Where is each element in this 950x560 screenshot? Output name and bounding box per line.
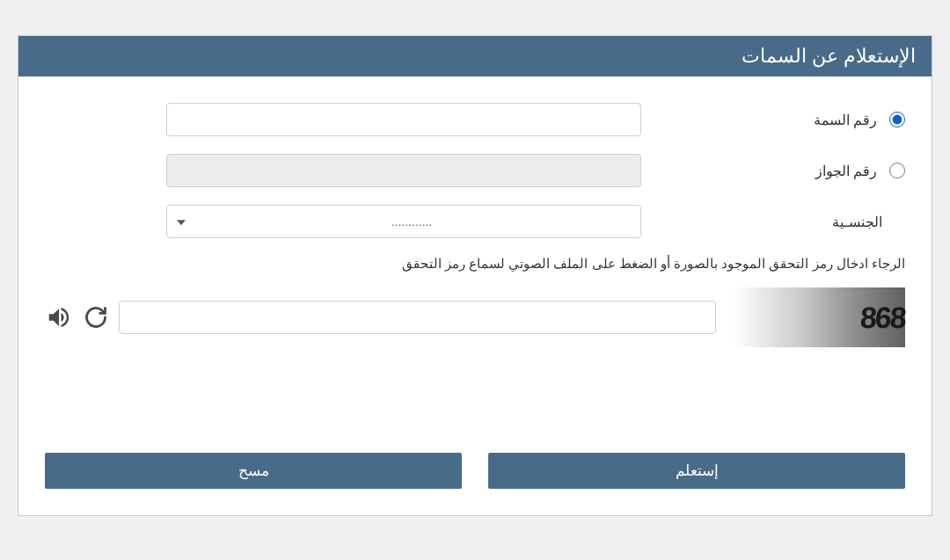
captcha-refresh-button[interactable]: [82, 302, 110, 333]
refresh-icon: [84, 305, 108, 330]
captcha-instruction: الرجاء ادخال رمز التحقق الموجود بالصورة …: [45, 256, 905, 272]
nationality-select-wrap: ............: [166, 205, 641, 238]
captcha-row: 868: [45, 287, 905, 347]
buttons-row: إستعلم مسح: [45, 453, 905, 498]
input-passport-number: [166, 154, 641, 187]
row-nationality: الجنسـية ............: [45, 205, 905, 238]
captcha-audio-button[interactable]: [45, 302, 73, 333]
panel-body: رقم السمة رقم الجواز الجنسـية: [18, 76, 932, 515]
select-nationality[interactable]: ............: [166, 205, 641, 238]
speaker-icon: [46, 304, 72, 331]
radio-visa-number[interactable]: [889, 112, 905, 127]
option-passport-label-wrap: رقم الجواز: [659, 163, 905, 179]
clear-button[interactable]: مسح: [45, 453, 462, 489]
nationality-label-wrap: الجنسـية: [659, 214, 905, 230]
radio-passport-number[interactable]: [889, 163, 905, 178]
row-visa-number: رقم السمة: [45, 103, 905, 136]
label-passport-number: رقم الجواز: [815, 163, 877, 179]
option-visa-label-wrap: رقم السمة: [659, 112, 905, 128]
captcha-input-area: [45, 301, 716, 334]
captcha-image: 868: [734, 287, 905, 347]
label-visa-number: رقم السمة: [814, 112, 877, 128]
submit-button[interactable]: إستعلم: [488, 453, 905, 489]
visa-inquiry-panel: الإستعلام عن السمات رقم السمة رقم الجواز: [18, 35, 932, 516]
captcha-input[interactable]: [119, 301, 716, 334]
captcha-image-text: 868: [859, 301, 906, 335]
input-visa-number[interactable]: [166, 103, 641, 136]
panel-title: الإستعلام عن السمات: [18, 36, 932, 76]
label-nationality: الجنسـية: [832, 214, 882, 230]
row-passport-number: رقم الجواز: [45, 154, 905, 187]
